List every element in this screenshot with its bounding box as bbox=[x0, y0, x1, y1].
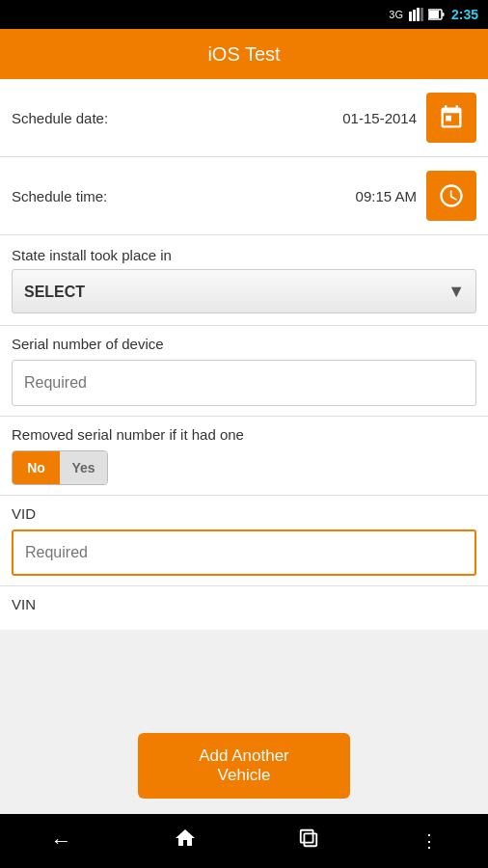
serial-number-input[interactable] bbox=[12, 360, 476, 406]
content-area: Schedule date: 01-15-2014 Schedule time:… bbox=[0, 79, 488, 630]
vid-section: VID bbox=[0, 496, 488, 586]
signal-text: 3G bbox=[389, 9, 403, 20]
removed-serial-section: Removed serial number if it had one No Y… bbox=[0, 417, 488, 496]
state-select[interactable]: SELECT bbox=[12, 269, 476, 313]
svg-rect-1 bbox=[413, 10, 416, 21]
removed-serial-toggle: No Yes bbox=[12, 450, 108, 485]
app-title: iOS Test bbox=[207, 43, 280, 66]
home-button[interactable] bbox=[158, 819, 212, 863]
svg-rect-0 bbox=[409, 12, 412, 21]
add-vehicle-button-area: Add Another Vehicle bbox=[0, 721, 488, 810]
state-select-wrapper: SELECT ▼ bbox=[12, 269, 476, 313]
svg-rect-8 bbox=[304, 833, 316, 846]
recents-button[interactable] bbox=[283, 820, 335, 862]
add-vehicle-button[interactable]: Add Another Vehicle bbox=[138, 733, 350, 799]
schedule-time-label: Schedule time: bbox=[12, 188, 356, 204]
time-button[interactable] bbox=[426, 171, 476, 221]
vin-label: VIN bbox=[12, 596, 476, 612]
svg-rect-5 bbox=[429, 11, 439, 18]
schedule-time-value: 09:15 AM bbox=[356, 188, 417, 204]
vin-section: VIN bbox=[0, 586, 488, 630]
clock-icon bbox=[438, 182, 465, 209]
svg-rect-2 bbox=[417, 8, 420, 21]
svg-rect-7 bbox=[300, 830, 312, 843]
back-button[interactable]: ← bbox=[36, 821, 88, 861]
toggle-yes-button[interactable]: Yes bbox=[60, 451, 107, 484]
status-icons bbox=[409, 8, 446, 21]
schedule-date-value: 01-15-2014 bbox=[342, 110, 417, 126]
svg-rect-3 bbox=[420, 8, 423, 21]
serial-number-label: Serial number of device bbox=[12, 336, 476, 352]
svg-rect-6 bbox=[442, 13, 444, 16]
schedule-time-row: Schedule time: 09:15 AM bbox=[0, 157, 488, 235]
calendar-icon bbox=[438, 104, 465, 131]
state-install-label: State install took place in bbox=[0, 235, 488, 269]
serial-number-section: Serial number of device bbox=[0, 326, 488, 417]
vid-label: VID bbox=[12, 505, 476, 522]
status-time: 2:35 bbox=[451, 7, 478, 22]
status-bar: 3G 2:35 bbox=[0, 0, 488, 29]
vid-input[interactable] bbox=[12, 529, 476, 576]
calendar-button[interactable] bbox=[426, 93, 476, 143]
more-options-button[interactable]: ⋮ bbox=[405, 823, 453, 859]
schedule-date-label: Schedule date: bbox=[12, 110, 342, 126]
removed-serial-label: Removed serial number if it had one bbox=[12, 426, 476, 443]
nav-bar: ← ⋮ bbox=[0, 814, 488, 868]
schedule-date-row: Schedule date: 01-15-2014 bbox=[0, 79, 488, 157]
app-header: iOS Test bbox=[0, 29, 488, 79]
toggle-no-button[interactable]: No bbox=[13, 451, 60, 484]
